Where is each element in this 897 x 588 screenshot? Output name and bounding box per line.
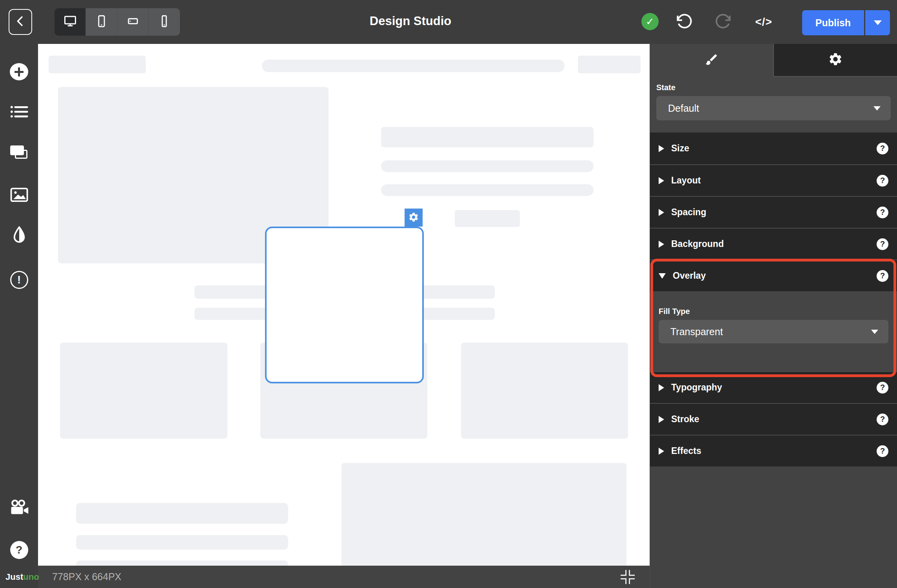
canvas-placeholder-block[interactable] bbox=[76, 561, 288, 566]
canvas-placeholder-block[interactable] bbox=[455, 210, 520, 227]
layouts-button[interactable] bbox=[0, 143, 38, 163]
canvas-placeholder-block[interactable] bbox=[461, 343, 628, 439]
chevron-right-icon bbox=[659, 384, 664, 391]
issues-button[interactable]: ! bbox=[0, 270, 38, 290]
back-button[interactable] bbox=[9, 9, 32, 35]
tab-design[interactable] bbox=[650, 44, 773, 77]
state-dropdown[interactable]: Default bbox=[656, 96, 891, 120]
desktop-icon bbox=[63, 14, 78, 30]
justuno-logo: Justuno bbox=[5, 572, 39, 582]
gear-icon bbox=[408, 212, 419, 224]
device-tablet-landscape-button[interactable] bbox=[117, 8, 149, 36]
tablet-landscape-icon bbox=[126, 14, 140, 30]
help-icon[interactable]: ? bbox=[877, 382, 888, 394]
chevron-right-icon bbox=[659, 416, 664, 423]
check-icon: ✓ bbox=[646, 16, 654, 28]
publish-options-button[interactable] bbox=[865, 10, 890, 35]
chevron-right-icon bbox=[659, 145, 664, 152]
chevron-right-icon bbox=[659, 209, 664, 216]
cards-icon bbox=[9, 145, 29, 161]
help-icon: ? bbox=[10, 541, 28, 559]
overlay-section-body: Fill Type Transparent bbox=[650, 291, 897, 371]
selected-element[interactable] bbox=[265, 227, 424, 383]
canvas-placeholder-block[interactable] bbox=[381, 184, 594, 196]
section-spacing[interactable]: Spacing ? bbox=[650, 196, 897, 228]
canvas-placeholder-block[interactable] bbox=[262, 60, 565, 72]
resize-canvas-button[interactable] bbox=[621, 570, 636, 584]
page-title: Design Studio bbox=[332, 14, 489, 28]
section-list: Size ? Layout ? Spacing ? Background ? O… bbox=[650, 132, 897, 588]
embed-code-button[interactable]: </> bbox=[752, 13, 775, 31]
canvas-placeholder-block[interactable] bbox=[578, 56, 641, 73]
caret-down-icon bbox=[874, 20, 882, 25]
help-icon[interactable]: ? bbox=[877, 238, 888, 250]
media-library-button[interactable] bbox=[0, 186, 38, 205]
fill-type-value: Transparent bbox=[659, 326, 723, 338]
section-layout[interactable]: Layout ? bbox=[650, 164, 897, 196]
top-toolbar: Design Studio ✓ </> Publish bbox=[0, 0, 897, 44]
panel-empty-area bbox=[650, 466, 897, 588]
canvas-placeholder-block[interactable] bbox=[76, 535, 288, 550]
section-size[interactable]: Size ? bbox=[650, 132, 897, 164]
canvas-placeholder-block[interactable] bbox=[60, 343, 227, 439]
element-settings-button[interactable] bbox=[405, 209, 423, 227]
redo-button[interactable] bbox=[714, 13, 732, 31]
canvas-placeholder-block[interactable] bbox=[341, 463, 626, 566]
state-field: State Default bbox=[650, 77, 897, 132]
undo-button[interactable] bbox=[675, 13, 693, 31]
tab-settings[interactable] bbox=[773, 44, 897, 77]
help-icon[interactable]: ? bbox=[877, 414, 888, 425]
add-element-button[interactable] bbox=[0, 62, 38, 82]
section-background[interactable]: Background ? bbox=[650, 228, 897, 260]
canvas-placeholder-block[interactable] bbox=[49, 56, 146, 73]
section-overlay[interactable]: Overlay ? bbox=[650, 260, 897, 291]
canvas-dimensions-label: 778PX x 664PX bbox=[52, 571, 122, 583]
chevron-right-icon bbox=[659, 177, 664, 184]
alert-icon: ! bbox=[10, 271, 28, 289]
caret-down-icon bbox=[873, 106, 881, 111]
section-stroke[interactable]: Stroke ? bbox=[650, 403, 897, 435]
redo-icon bbox=[715, 13, 732, 31]
device-tablet-portrait-button[interactable] bbox=[86, 8, 117, 36]
undo-icon bbox=[675, 13, 693, 31]
section-typography[interactable]: Typography ? bbox=[650, 371, 897, 403]
device-preview-toggle bbox=[54, 8, 180, 36]
device-mobile-button[interactable] bbox=[149, 8, 180, 36]
help-icon[interactable]: ? bbox=[877, 143, 888, 154]
add-icon bbox=[10, 63, 28, 80]
section-effects[interactable]: Effects ? bbox=[650, 435, 897, 466]
code-icon: </> bbox=[755, 16, 772, 28]
help-icon[interactable]: ? bbox=[877, 175, 888, 187]
chevron-down-icon bbox=[659, 273, 666, 279]
panel-tabs bbox=[650, 44, 897, 77]
help-icon[interactable]: ? bbox=[877, 207, 888, 218]
design-canvas[interactable] bbox=[38, 44, 650, 566]
canvas-placeholder-block[interactable] bbox=[381, 127, 594, 147]
device-desktop-button[interactable] bbox=[54, 8, 86, 36]
properties-panel: State Default Size ? Layout ? Spacing ? bbox=[650, 44, 897, 588]
publish-button[interactable]: Publish bbox=[802, 10, 864, 35]
fill-type-dropdown[interactable]: Transparent bbox=[659, 320, 888, 343]
gear-icon bbox=[828, 52, 843, 68]
mobile-icon bbox=[157, 14, 171, 30]
layers-list-icon bbox=[10, 104, 29, 121]
collapse-icon bbox=[621, 570, 636, 584]
brush-icon bbox=[705, 53, 719, 68]
help-button[interactable]: ? bbox=[0, 540, 38, 560]
design-studio-window: Design Studio ✓ </> Publish bbox=[0, 0, 897, 588]
chevron-right-icon bbox=[659, 241, 664, 248]
video-camera-icon bbox=[9, 499, 29, 518]
saved-status-icon: ✓ bbox=[641, 13, 659, 30]
chevron-right-icon bbox=[659, 448, 664, 455]
contrast-drop-icon bbox=[11, 226, 27, 246]
help-icon[interactable]: ? bbox=[877, 445, 888, 457]
theme-colors-button[interactable] bbox=[0, 226, 38, 246]
help-icon[interactable]: ? bbox=[877, 270, 888, 282]
state-label: State bbox=[656, 83, 891, 92]
caret-down-icon bbox=[871, 330, 878, 334]
canvas-placeholder-block[interactable] bbox=[76, 503, 288, 524]
layers-list-button[interactable] bbox=[0, 103, 38, 122]
canvas-placeholder-block[interactable] bbox=[381, 160, 594, 172]
tablet-portrait-icon bbox=[94, 14, 109, 30]
video-tutorials-button[interactable] bbox=[0, 499, 38, 518]
